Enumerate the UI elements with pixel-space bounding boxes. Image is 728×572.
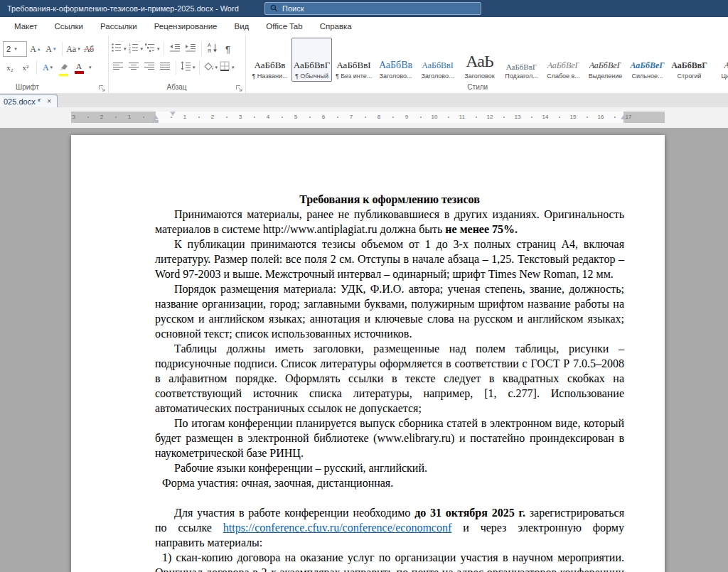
highlight-color-button[interactable] [56, 59, 70, 76]
dialog-launcher-icon[interactable] [98, 82, 106, 90]
tab-references[interactable]: Ссылки [46, 17, 92, 36]
horizontal-ruler[interactable]: 3211234567891011121314151617 [71, 112, 665, 123]
style-label: Заголово... [422, 72, 454, 80]
style-item-caption[interactable]: АаБбВв ¶ Названи... [250, 38, 290, 82]
divider [176, 60, 176, 75]
font-color-bar [75, 71, 84, 74]
svg-text:3: 3 [129, 50, 131, 54]
style-label: Заголовок [464, 72, 494, 80]
style-item-strong[interactable]: АаБбВвГ Строгий [669, 38, 710, 82]
align-left-button[interactable] [111, 60, 125, 75]
style-item-title[interactable]: АаЬ Заголовок [459, 38, 500, 82]
chevron-down-icon: ▾ [124, 46, 127, 52]
show-formatting-marks-button[interactable]: ¶ [221, 41, 235, 57]
chevron-down-icon: ▾ [232, 65, 235, 70]
font-color-button[interactable]: А [72, 59, 86, 76]
highlight-color-bar [59, 74, 68, 76]
tab-layout[interactable]: Макет [6, 17, 46, 36]
style-item-normal[interactable]: АаБбВвГ ¶ Обычный [291, 38, 332, 82]
bullet-list-icon [111, 42, 122, 56]
superscript-button[interactable]: x² [18, 60, 33, 75]
close-icon[interactable]: × [47, 97, 51, 105]
style-label: Цита... [721, 72, 728, 80]
align-center-button[interactable] [127, 60, 141, 75]
style-item-quote[interactable]: АаБ Цита... [711, 38, 728, 82]
font-group-label: Шрифт [0, 83, 39, 91]
style-preview: АаБбВв [255, 45, 286, 71]
right-indent-marker[interactable] [621, 115, 626, 119]
style-item-no-spacing[interactable]: АаБбВвІ ¶ Без инте... [333, 38, 374, 82]
document-page[interactable]: Требования к оформлению тезисов Принимаю… [71, 135, 665, 572]
justify-button[interactable] [158, 60, 172, 75]
paragraph: Рабочие языки конференции – русский, анг… [155, 460, 624, 475]
style-item-subtitle[interactable]: АаБбВвГ Подзагол... [501, 38, 542, 82]
style-preview: АаБбВвГ [506, 45, 537, 71]
styles-gallery: АаБбВв ¶ Названи... АаБбВвГ ¶ Обычный Аа… [250, 38, 728, 82]
search-box[interactable]: Поиск [264, 2, 481, 15]
empty-paragraph [155, 490, 624, 505]
style-item-emphasis[interactable]: АаБбВеГ Выделение [585, 38, 626, 82]
chevron-down-icon: ▾ [157, 46, 160, 52]
ribbon: 2 ▾ А▲ А▼ Аа▾ Аб x₂ [0, 36, 728, 94]
style-item-intense-emphasis[interactable]: АаБбВеГ Сильное... [627, 38, 668, 82]
chevron-down-icon: ▾ [89, 65, 92, 70]
style-label: Строгий [678, 72, 702, 80]
clear-formatting-button[interactable]: Аб [82, 41, 96, 57]
style-item-subtle-emphasis[interactable]: АаБбВеГ Слабое в... [543, 38, 584, 82]
style-item-heading1[interactable]: АаБбВв Заголово... [375, 38, 416, 82]
multilevel-list-button[interactable]: ▾ [144, 41, 160, 57]
word-window: Требования-к-оформлению-тезисов-и-пример… [0, 0, 728, 572]
chevron-down-icon: ▾ [50, 65, 53, 70]
font-size-combo[interactable]: 2 ▾ [3, 41, 27, 57]
shading-button[interactable]: ▾ [203, 60, 218, 75]
tab-view[interactable]: Вид [225, 17, 257, 36]
tab-mailings[interactable]: Рассылки [92, 17, 146, 36]
decrease-indent-button[interactable] [168, 41, 182, 57]
style-label: Заголово... [380, 72, 412, 80]
style-label: Слабое в... [547, 72, 580, 80]
search-placeholder: Поиск [282, 4, 304, 13]
document-tab[interactable]: 025.docx * × [0, 95, 58, 107]
font-group: 2 ▾ А▲ А▼ Аа▾ Аб x₂ [0, 36, 109, 93]
style-preview: АаБбВвГ [671, 45, 707, 71]
align-left-icon [112, 60, 124, 75]
up-arrow-icon: ▲ [37, 47, 41, 51]
style-preview: АаБбВеГ [547, 45, 580, 71]
hanging-indent-marker[interactable] [153, 115, 159, 119]
divider [199, 60, 200, 75]
tab-review[interactable]: Рецензирование [146, 17, 226, 36]
shrink-font-button[interactable]: А▼ [44, 41, 58, 57]
change-case-button[interactable]: Аа▾ [66, 41, 80, 57]
bullet-list-button[interactable]: ▾ [111, 41, 127, 57]
paragraph: Форма участия: очная, заочная, дистанцио… [155, 475, 624, 490]
line-spacing-button[interactable]: ▾ [180, 60, 196, 75]
tab-help[interactable]: Справка [311, 17, 360, 36]
sort-icon: АЯ [207, 42, 218, 56]
chevron-down-icon: ▾ [141, 46, 144, 52]
style-label: Выделение [589, 72, 623, 80]
title-bar: Требования-к-оформлению-тезисов-и-пример… [0, 0, 728, 17]
style-label: ¶ Без инте... [336, 72, 372, 80]
doc-heading: Требования к оформлению тезисов [155, 192, 624, 207]
chevron-down-icon: ▾ [14, 46, 17, 52]
align-right-button[interactable] [142, 60, 156, 75]
paragraph: К публикации принимаются тезисы объемом … [155, 237, 624, 281]
svg-text:Я: Я [208, 48, 211, 53]
left-indent-marker[interactable] [153, 120, 159, 123]
conference-link[interactable]: https://conference.cfuv.ru/conference/ec… [223, 522, 451, 534]
subscript-button[interactable]: x₂ [3, 60, 17, 75]
grow-font-button[interactable]: А▲ [28, 41, 43, 57]
dialog-launcher-icon[interactable] [235, 82, 243, 90]
increase-indent-button[interactable] [183, 41, 198, 57]
sort-button[interactable]: АЯ [205, 41, 220, 57]
paragraph: По итогам конференции планируется выпуск… [155, 416, 624, 460]
borders-button[interactable]: ▾ [219, 60, 235, 75]
text-effects-button[interactable]: А▾ [41, 60, 55, 75]
style-label: Подзагол... [505, 72, 537, 80]
paragraph: Таблицы должны иметь заголовки, размещен… [155, 341, 624, 416]
style-item-heading2[interactable]: АаБбВвІ Заголово... [417, 38, 458, 82]
window-title: Требования-к-оформлению-тезисов-и-пример… [0, 4, 239, 13]
first-line-indent-marker[interactable] [170, 112, 176, 116]
tab-office-tab[interactable]: Office Tab [257, 17, 311, 36]
numbered-list-button[interactable]: 123 ▾ [128, 41, 144, 57]
